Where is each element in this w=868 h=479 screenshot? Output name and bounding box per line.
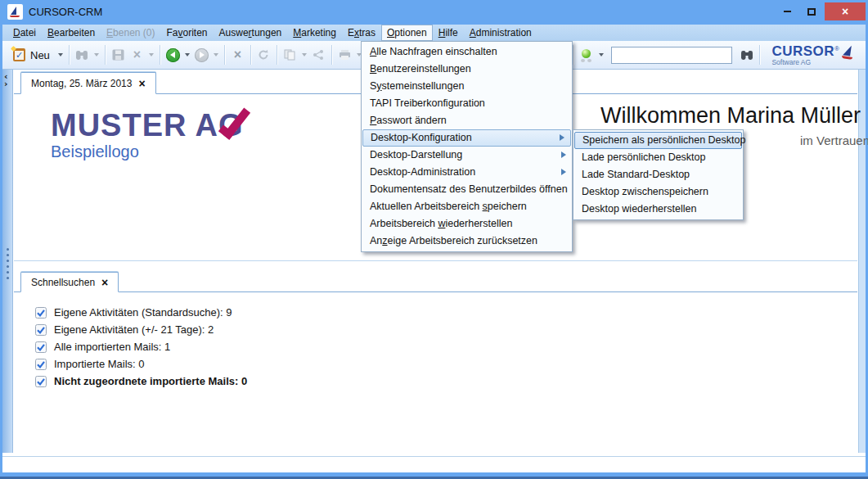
menu-item-label: TAPI Treiberkonfiguration <box>370 97 485 109</box>
menubar-item[interactable]: Auswertungen <box>214 25 288 41</box>
tab-welcome[interactable]: Montag, 25. März 2013 × <box>20 72 156 94</box>
menubar-item[interactable]: Hilfe <box>433 25 464 41</box>
muster-logo-subtitle: Beispiellogo <box>51 142 244 161</box>
phone-status-button[interactable] <box>577 47 596 64</box>
menu-item-label: Alle Nachfragen einschalten <box>370 46 497 57</box>
submenu-item[interactable]: Speichern als persönlichen Desktop <box>574 132 742 149</box>
menu-item-label: Arbeitsbereich wiederherstellen <box>370 218 512 229</box>
options-menu-item[interactable]: Benutzereinstellungen <box>362 61 572 78</box>
maximize-button[interactable] <box>801 2 822 20</box>
quicksearch-tabbar: Schnellsuchen × <box>14 270 857 292</box>
close-button[interactable]: × <box>825 2 866 20</box>
menubar-item-label: Datei <box>13 27 36 38</box>
quicksearch-item-label: Importierte Mails: 0 <box>54 358 145 370</box>
options-menu-item[interactable]: Alle Nachfragen einschalten <box>362 43 572 61</box>
collapse-chevron-right-icon[interactable]: › <box>4 79 8 88</box>
menubar-item-label: Optionen <box>387 27 427 38</box>
menubar-item[interactable]: Optionen <box>381 25 433 41</box>
window-title: CURSOR-CRM <box>29 6 102 18</box>
menubar-item[interactable]: Datei <box>7 25 42 41</box>
menubar-item[interactable]: Marketing <box>287 25 342 41</box>
submenu-item[interactable]: Desktop zwischenspeichern <box>573 183 743 201</box>
welcome-quote-fragment: im Vertrauen zu ernten. <box>800 133 868 147</box>
toolbar-separator <box>277 45 277 65</box>
checked-checkbox-icon <box>35 359 47 370</box>
back-dropdown-icon[interactable] <box>185 53 190 56</box>
menubar-item[interactable]: Bearbeiten <box>42 25 101 41</box>
toolbar-separator <box>69 45 70 65</box>
quicksearch-item[interactable]: Eigene Aktivitäten (Standardsuche): 9 <box>35 304 857 321</box>
options-menu-item[interactable]: Anzeige Arbeitsbereich zurücksetzen <box>362 233 572 250</box>
muster-logo-title: MUSTER AG <box>51 110 244 141</box>
title-bar: CURSOR-CRM × <box>0 0 868 25</box>
link-button <box>309 47 328 64</box>
splitter-handle-dots[interactable] <box>7 248 9 251</box>
minimize-button[interactable] <box>776 2 798 20</box>
quicksearch-item-label: Nicht zugeordnete importierte Mails: 0 <box>54 375 247 387</box>
options-menu-item[interactable]: Desktop-Darstellung <box>362 147 572 164</box>
copy-record-button <box>281 47 299 64</box>
quicksearch-item[interactable]: Nicht zugeordnete importierte Mails: 0 <box>35 373 857 390</box>
save-button <box>109 47 128 64</box>
options-menu-item[interactable]: Arbeitsbereich wiederherstellen <box>362 215 572 233</box>
new-button[interactable]: ✓ Neu <box>10 47 56 64</box>
options-menu-item[interactable]: Passwort ändern <box>362 112 572 129</box>
tab-quicksearch[interactable]: Schnellsuchen × <box>20 272 119 292</box>
options-menu-item[interactable]: Dokumentensatz des Benutzerbildes öffnen <box>362 181 572 198</box>
submenu-item[interactable]: Lade persönlichen Desktop <box>573 149 743 166</box>
close-icon: × <box>842 6 848 17</box>
toolbar-separator <box>573 45 573 65</box>
tab-label: Schnellsuchen <box>31 277 95 288</box>
back-button[interactable] <box>164 47 182 64</box>
menubar-item[interactable]: Extras <box>342 25 381 41</box>
checked-checkbox-icon <box>35 376 47 387</box>
toolbar-separator <box>105 45 106 65</box>
options-menu-item[interactable]: Systemeinstellungen <box>362 78 572 95</box>
options-menu-item[interactable]: Desktop-Administration <box>362 164 572 181</box>
options-menu-item[interactable]: TAPI Treiberkonfiguration <box>362 95 572 112</box>
status-orb-icon <box>579 48 594 62</box>
options-menu-item[interactable]: Aktuellen Arbeitsbereich speichern <box>362 198 572 215</box>
toolbar-separator <box>250 45 251 65</box>
left-collapse-strip[interactable]: ‹ › <box>2 70 13 453</box>
submenu-arrow-icon <box>560 134 564 141</box>
menu-item-label: Desktop-Darstellung <box>370 149 462 160</box>
tab-close-icon[interactable]: × <box>101 277 108 288</box>
menu-item-label: Desktop-Konfiguration <box>371 132 472 143</box>
quicksearch-item[interactable]: Eigene Aktivitäten (+/- 21 Tage): 2 <box>35 321 857 338</box>
quicksearch-item-label: Eigene Aktivitäten (+/- 21 Tage): 2 <box>54 323 214 336</box>
horizontal-splitter[interactable] <box>14 260 857 270</box>
status-bar <box>2 456 866 472</box>
delete-button: × <box>228 47 247 64</box>
quicksearch-item[interactable]: Importierte Mails: 0 <box>35 355 857 373</box>
save-floppy-icon <box>111 48 125 62</box>
menu-item-label: Dokumentensatz des Benutzerbildes öffnen <box>370 183 568 195</box>
phone-status-dropdown-icon[interactable] <box>599 53 604 56</box>
menu-item-label: Passwort ändern <box>370 115 447 126</box>
copy-dropdown-icon <box>302 53 307 56</box>
menubar-item[interactable]: Favoriten <box>160 25 213 41</box>
submenu-item[interactable]: Lade Standard-Desktop <box>573 166 743 183</box>
menubar-item[interactable]: Ebenen (0) <box>101 25 160 41</box>
quicksearch-item-label: Eigene Aktivitäten (Standardsuche): 9 <box>54 306 232 319</box>
menubar-item[interactable]: Administration <box>464 25 537 41</box>
toolbar-search-input[interactable] <box>611 47 732 64</box>
sailboat-icon <box>11 7 16 15</box>
refresh-icon <box>257 48 271 62</box>
new-dropdown-icon[interactable] <box>58 53 63 56</box>
toolbar-separator <box>759 45 760 65</box>
toolbar-separator <box>224 45 225 65</box>
submenu-item[interactable]: Desktop wiederherstellen <box>573 201 743 218</box>
quicksearch-list: Eigene Aktivitäten (Standardsuche): 9 Ei… <box>14 293 857 453</box>
tab-close-icon[interactable]: × <box>138 78 145 89</box>
menu-item-label: Desktop zwischenspeichern <box>582 186 708 197</box>
menubar-item-label: Extras <box>348 27 376 38</box>
new-item-icon: ✓ <box>13 48 25 61</box>
find-dropdown-icon <box>94 53 99 56</box>
search-button[interactable] <box>737 47 756 64</box>
menubar-item-label: Administration <box>470 27 532 38</box>
options-menu-item[interactable]: Desktop-Konfiguration <box>362 129 571 147</box>
menubar: Datei Bearbeiten Ebenen (0) Favoriten Au… <box>2 25 866 41</box>
quicksearch-item[interactable]: Alle importierten Mails: 1 <box>35 338 857 355</box>
search-binoculars-icon <box>740 48 753 62</box>
